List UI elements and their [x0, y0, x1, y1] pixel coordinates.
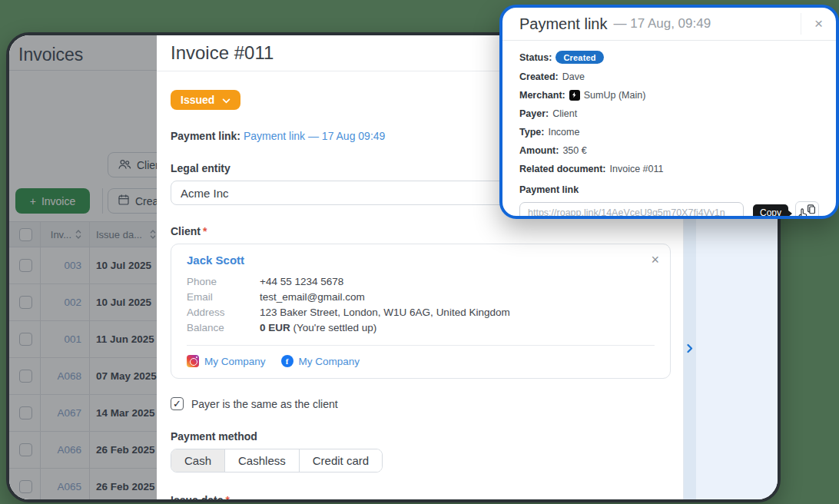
- related-document-link[interactable]: Invoice #011: [610, 164, 664, 174]
- issue-date-label: Issue date*: [171, 494, 671, 499]
- type-row-label: Type:: [519, 127, 544, 138]
- facebook-icon: f: [281, 355, 293, 367]
- merchant-row-label: Merchant:: [519, 90, 565, 101]
- email-label: Email: [187, 290, 260, 305]
- payment-link-field-label: Payment link: [519, 184, 819, 195]
- chevron-right-icon[interactable]: [687, 343, 693, 356]
- modal-row-type: Type: Income: [519, 126, 819, 138]
- client-balance-row: Balance 0 EUR (You're settled up): [187, 320, 655, 336]
- required-mark: *: [203, 225, 207, 237]
- payment-link-modal: Payment link — 17 Aug, 09:49 × Status: C…: [499, 5, 839, 219]
- payment-link-label: Payment link:: [171, 130, 240, 142]
- amount-row-label: Amount:: [519, 145, 559, 156]
- amount-row-value: 350 €: [562, 145, 586, 156]
- address-value: 123 Baker Street, London, W1U 6AG, Unite…: [260, 305, 510, 320]
- facebook-link[interactable]: f My Company: [281, 355, 360, 367]
- status-label: Issued: [181, 94, 214, 106]
- payer-same-label: Payer is the same as the client: [191, 398, 338, 410]
- copy-link-button[interactable]: [795, 201, 819, 219]
- close-icon[interactable]: ×: [801, 13, 836, 35]
- client-phone-row: Phone +44 55 1234 5678: [187, 274, 655, 290]
- modal-title: Payment link: [519, 15, 608, 33]
- legal-entity-value: Acme Inc: [181, 187, 229, 200]
- invoices-list-pane: Invoices Client + Invoice: [9, 35, 157, 499]
- instagram-link[interactable]: My Company: [187, 355, 266, 367]
- payment-method-segmented: Cash Cashless Credit card: [171, 449, 383, 472]
- modal-row-merchant: Merchant: SumUp (Main): [519, 89, 819, 101]
- facebook-label: My Company: [299, 356, 360, 367]
- chevron-down-icon: [222, 94, 230, 106]
- balance-value: 0 EUR: [260, 322, 290, 333]
- payment-link-value-link[interactable]: Payment link — 17 Aug 09:49: [244, 130, 385, 142]
- sumup-logo-icon: [569, 90, 580, 101]
- social-links-row: My Company f My Company: [187, 353, 655, 369]
- hand-cursor-icon: [797, 207, 810, 219]
- instagram-icon: [187, 355, 199, 367]
- type-row-value: Income: [548, 127, 579, 138]
- client-card: Jack Scott × Phone +44 55 1234 5678 Emai…: [171, 244, 671, 379]
- balance-note: (You're settled up): [293, 322, 377, 333]
- modal-row-created: Created: Dave: [519, 71, 819, 82]
- modal-backdrop[interactable]: [9, 35, 157, 499]
- phone-value: +44 55 1234 5678: [260, 274, 343, 290]
- payer-same-row[interactable]: ✓ Payer is the same as the client: [171, 397, 671, 410]
- payment-method-cashless[interactable]: Cashless: [225, 449, 300, 472]
- invoice-title: Invoice #011: [171, 42, 274, 64]
- modal-subtitle: — 17 Aug, 09:49: [614, 16, 711, 32]
- payer-same-checkbox[interactable]: ✓: [171, 397, 184, 410]
- balance-label: Balance: [187, 320, 260, 336]
- created-row-value: Dave: [562, 71, 585, 82]
- app-background: Invoices Client + Invoice: [0, 0, 839, 504]
- created-row-label: Created:: [519, 71, 559, 82]
- payment-link-input-row: Copy: [519, 201, 819, 219]
- payment-method-cash[interactable]: Cash: [171, 449, 225, 472]
- address-label: Address: [187, 305, 260, 320]
- instagram-label: My Company: [204, 356, 266, 367]
- status-row-label: Status:: [519, 52, 552, 63]
- payment-method-credit-card[interactable]: Credit card: [300, 449, 382, 472]
- modal-row-payer: Payer: Client: [519, 108, 819, 119]
- modal-row-status: Status: Created: [519, 51, 819, 64]
- modal-header: Payment link — 17 Aug, 09:49 ×: [502, 8, 836, 40]
- status-badge: Created: [555, 51, 603, 64]
- modal-row-related-document: Related document: Invoice #011: [519, 163, 819, 174]
- related-document-label: Related document:: [519, 164, 606, 174]
- client-name-link[interactable]: Jack Scott: [187, 254, 244, 267]
- merchant-row-value: SumUp (Main): [584, 90, 646, 101]
- client-email-row: Email test_email@gmail.com: [187, 290, 655, 305]
- payer-row-link[interactable]: Client: [552, 108, 577, 119]
- status-dropdown-button[interactable]: Issued: [171, 90, 240, 110]
- phone-label: Phone: [187, 274, 260, 290]
- required-mark: *: [225, 494, 229, 499]
- modal-body: Status: Created Created: Dave Merchant: …: [502, 41, 836, 219]
- divider: [187, 345, 655, 346]
- modal-row-amount: Amount: 350 €: [519, 144, 819, 156]
- copy-tooltip[interactable]: Copy: [753, 204, 788, 220]
- client-address-row: Address 123 Baker Street, London, W1U 6A…: [187, 305, 655, 320]
- payment-method-label: Payment method: [171, 430, 671, 443]
- payer-row-label: Payer:: [519, 108, 549, 119]
- email-value: test_email@gmail.com: [260, 290, 365, 305]
- payment-link-url-input[interactable]: [519, 202, 744, 219]
- close-icon[interactable]: ×: [651, 252, 659, 268]
- client-label: Client*: [171, 225, 671, 237]
